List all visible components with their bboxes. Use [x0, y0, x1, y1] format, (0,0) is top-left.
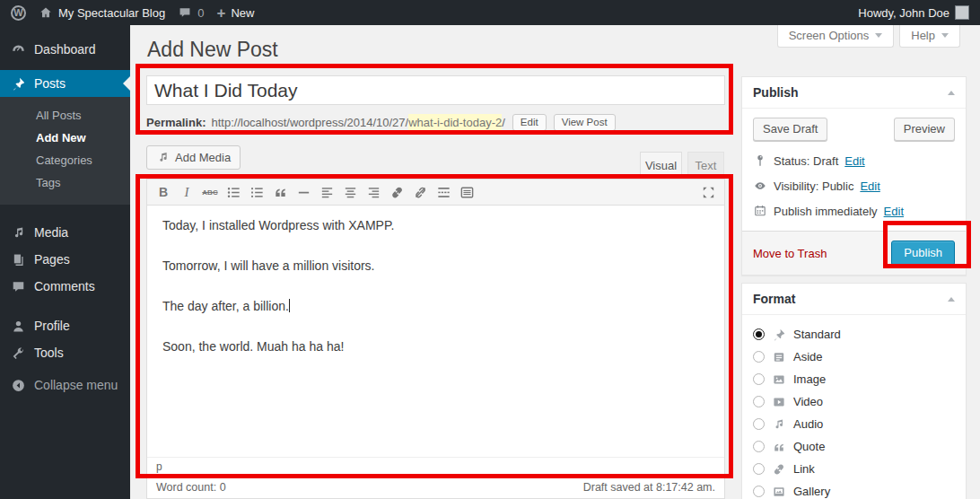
radio-gallery[interactable] [753, 486, 765, 497]
sidebar-item-tags[interactable]: Tags [0, 171, 130, 194]
permalink-url: http://localhost/wordpress/2014/10/27/wh… [211, 116, 504, 129]
new-content-button[interactable]: + New [216, 5, 254, 21]
pages-icon [11, 252, 26, 267]
media-icon [11, 225, 26, 241]
format-option-gallery[interactable]: Gallery [753, 480, 955, 499]
kitchen-sink-icon [459, 185, 475, 200]
edit-visibility-link[interactable]: Edit [860, 179, 879, 193]
preview-button[interactable]: Preview [894, 118, 955, 141]
read-more-tag-button[interactable] [433, 182, 454, 202]
chevron-down-icon [875, 33, 882, 38]
howdy-text: Howdy, John Doe [858, 6, 949, 20]
comment-bubble-icon [178, 5, 192, 20]
sidebar-item-tools[interactable]: Tools [0, 339, 130, 366]
sidebar-item-media[interactable]: Media [0, 219, 130, 246]
fullscreen-button[interactable] [697, 182, 719, 202]
quote-icon [772, 440, 786, 454]
publish-panel-header[interactable]: Publish [742, 77, 966, 109]
post-title-input[interactable] [146, 75, 725, 105]
edit-permalink-button[interactable]: Edit [512, 114, 547, 131]
status-value: Draft [813, 154, 838, 168]
view-post-button[interactable]: View Post [554, 114, 616, 131]
add-media-button[interactable]: Add Media [146, 145, 241, 170]
radio-standard[interactable] [753, 328, 765, 340]
radio-link[interactable] [753, 463, 765, 475]
pushpin-icon [11, 76, 26, 92]
align-left-button[interactable] [316, 182, 337, 202]
screen-options-button[interactable]: Screen Options [777, 25, 895, 48]
sidebar-item-comments[interactable]: Comments [0, 273, 130, 300]
toolbar-toggle-button[interactable] [456, 182, 477, 202]
sidebar-item-profile[interactable]: Profile [0, 312, 130, 339]
sidebar-item-all-posts[interactable]: All Posts [0, 104, 130, 127]
sidebar-item-add-new[interactable]: Add New [0, 127, 130, 149]
pushpin-icon [772, 328, 786, 342]
remove-link-button[interactable] [409, 182, 431, 202]
tab-text[interactable]: Text [687, 152, 724, 178]
wrench-icon [11, 346, 26, 361]
horizontal-rule-button[interactable] [293, 182, 314, 202]
radio-quote[interactable] [753, 441, 765, 452]
comments-icon [11, 279, 26, 294]
save-draft-button[interactable]: Save Draft [753, 118, 827, 141]
collapse-panel-icon[interactable] [948, 297, 955, 302]
format-option-standard[interactable]: Standard [753, 323, 955, 346]
format-option-quote[interactable]: Quote [753, 435, 955, 458]
move-to-trash-link[interactable]: Move to Trash [753, 247, 827, 260]
autosave-message: Draft saved at 8:17:42 am. [583, 481, 715, 494]
bullet-list-icon [226, 185, 241, 200]
format-panel: Format Standard Aside Image Video Audio [741, 283, 967, 499]
video-icon [772, 395, 786, 409]
howdy-account-menu[interactable]: Howdy, John Doe [858, 5, 969, 20]
align-right-button[interactable] [363, 182, 384, 202]
align-center-button[interactable] [339, 182, 361, 202]
insert-link-button[interactable] [386, 182, 407, 202]
sidebar-item-categories[interactable]: Categories [0, 149, 130, 171]
editor-paragraph: The day after, a billion. [162, 299, 709, 313]
bullet-list-button[interactable] [223, 182, 244, 202]
sidebar-item-posts[interactable]: Posts [0, 70, 130, 97]
edit-schedule-link[interactable]: Edit [884, 205, 904, 218]
radio-video[interactable] [753, 396, 765, 407]
radio-aside[interactable] [753, 351, 765, 363]
site-name-link[interactable]: My Spectacular Blog [39, 5, 165, 20]
format-option-audio[interactable]: Audio [753, 413, 955, 435]
aside-icon [772, 350, 786, 364]
radio-audio[interactable] [753, 418, 765, 430]
italic-button[interactable]: I [176, 182, 197, 202]
publish-button[interactable]: Publish [891, 241, 955, 266]
format-option-video[interactable]: Video [753, 390, 955, 413]
bold-button[interactable]: B [153, 182, 174, 202]
comments-admin-bar[interactable]: 0 [178, 5, 204, 20]
edit-status-link[interactable]: Edit [844, 154, 864, 168]
plus-icon: + [216, 5, 225, 21]
tab-visual[interactable]: Visual [640, 152, 682, 179]
radio-image[interactable] [753, 373, 765, 385]
site-name: My Spectacular Blog [58, 6, 165, 20]
schedule-text: Publish immediately [774, 205, 878, 218]
align-left-icon [319, 185, 335, 200]
publish-panel: Publish Save Draft Preview Status: Draft… [741, 76, 967, 276]
sidebar-item-dashboard[interactable]: Dashboard [0, 36, 130, 63]
align-right-icon [366, 185, 381, 200]
editor-content[interactable]: Today, I installed Wordpress with XAMPP.… [147, 206, 724, 457]
strikethrough-button[interactable]: ABC [199, 182, 221, 202]
posts-submenu: All Posts Add New Categories Tags [0, 97, 130, 205]
collapse-panel-icon[interactable] [948, 91, 955, 95]
blockquote-button[interactable] [269, 182, 291, 202]
element-path[interactable]: p [147, 457, 724, 476]
help-button[interactable]: Help [899, 25, 960, 48]
format-option-aside[interactable]: Aside [753, 346, 955, 368]
wordpress-logo-icon[interactable]: W [11, 5, 26, 21]
format-option-link[interactable]: Link [753, 458, 955, 480]
link-icon [389, 185, 405, 200]
collapse-menu-button[interactable]: Collapse menu [0, 372, 130, 398]
unlink-icon [413, 185, 428, 200]
media-camera-icon [156, 151, 170, 164]
sidebar-item-pages[interactable]: Pages [0, 246, 130, 273]
format-panel-header[interactable]: Format [742, 284, 966, 315]
format-option-image[interactable]: Image [753, 368, 955, 390]
numbered-list-button[interactable] [246, 182, 267, 202]
text-cursor [289, 299, 290, 312]
visual-editor: B I ABC Today, I installed Wordpress wit… [146, 179, 725, 477]
